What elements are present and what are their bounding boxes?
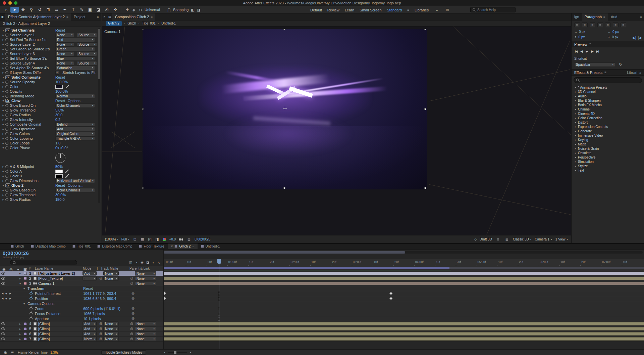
eraser-tool[interactable]: ◪ — [94, 7, 103, 13]
layer-duration-bar[interactable] — [164, 337, 644, 341]
stopwatch-icon[interactable] — [5, 132, 8, 135]
more-panels-icon[interactable]: » — [638, 15, 644, 19]
dropdown[interactable]: Horizontal and Vertical▾ — [55, 179, 95, 183]
value-text[interactable]: 1.0 — [55, 141, 60, 145]
column-number[interactable]: # — [29, 267, 31, 270]
effect-row-glow-intensity[interactable]: ▸Glow Intensity0.2 — [0, 117, 98, 122]
layer-entry-1[interactable]: ▸1[Adjustment Layer 2]Add▾@None▾@None▾ — [0, 271, 164, 276]
snap-to-feature-icon[interactable]: ◧ — [190, 7, 195, 12]
magnification-dropdown[interactable]: (108%)▾ — [105, 237, 118, 241]
group-camera-options[interactable]: ▾Camera Options — [0, 301, 164, 306]
track-matte-pickwhip-icon[interactable]: @ — [99, 337, 102, 341]
layer-name[interactable]: Camera 1 — [38, 281, 54, 285]
workspace-menu-icon[interactable]: ≡ — [407, 8, 409, 12]
dropdown[interactable]: None▾ — [55, 33, 74, 37]
property-pickwhip-icon[interactable]: @ — [131, 317, 135, 320]
blend-mode-dropdown[interactable]: Add▾ — [83, 327, 97, 331]
track-area[interactable] — [164, 286, 644, 291]
close-panel-icon[interactable]: × — [102, 14, 107, 19]
effect-row-set-red-to-source-1-s[interactable]: ▸Set Red To Source 1'sRed▾ — [0, 37, 98, 42]
stopwatch-icon[interactable] — [5, 165, 8, 168]
prop-focus-distance[interactable]: Focus Distance1066.7 pixels@ — [0, 311, 164, 316]
stopwatch-icon[interactable] — [5, 57, 8, 60]
timeline-zoom-slider[interactable] — [168, 352, 187, 353]
category-stylize[interactable]: ▸Stylize — [572, 164, 644, 168]
previous-frame-button[interactable]: ◀| — [580, 50, 583, 53]
parent-pickwhip-icon[interactable]: @ — [130, 332, 133, 336]
eyedropper-icon[interactable] — [65, 174, 69, 178]
effect-row-glow-threshold[interactable]: ▸Glow Threshold5.0% — [0, 108, 98, 113]
timeline-tab-title-001[interactable]: Title_001 — [69, 243, 94, 249]
value-text[interactable]: 150.0 — [55, 197, 65, 202]
shortcut-dropdown[interactable]: Spacebar▾ — [574, 62, 615, 67]
value-text[interactable]: 100.0% — [55, 89, 68, 93]
stopwatch-icon[interactable] — [5, 114, 8, 117]
layer-entry-7[interactable]: ▸7[Glitch]Norm▾@None▾@None▾ — [0, 337, 164, 342]
property-value[interactable]: 1036.6,546.9,-860.4 — [83, 297, 116, 301]
effect-row-source-layer-3[interactable]: ▸Source Layer 3None▾Source▾ — [0, 51, 98, 56]
roto-brush-tool[interactable]: ✍ — [103, 7, 111, 13]
track-matte-pickwhip-icon[interactable]: @ — [99, 332, 102, 336]
stopwatch-icon[interactable] — [5, 198, 8, 201]
panel-menu-icon[interactable]: ≡ — [604, 71, 606, 74]
stopwatch-icon[interactable] — [5, 142, 8, 145]
dropdown[interactable]: Red▾ — [55, 38, 95, 42]
blend-mode-dropdown[interactable]: Norm▾ — [83, 337, 97, 341]
dropdown[interactable]: Color Channels▾ — [55, 188, 95, 192]
effect-row-composite-original[interactable]: ▸Composite OriginalBehind▾ — [0, 122, 98, 127]
composition-frame[interactable] — [143, 29, 427, 189]
column-layer-name[interactable]: Layer Name — [35, 267, 53, 270]
workspace-standard[interactable]: Standard — [387, 8, 402, 12]
effect-controls-scrollbar[interactable] — [98, 28, 100, 203]
layer-twirl-icon[interactable]: ▸ — [19, 338, 21, 341]
tab-project[interactable]: Project — [71, 13, 88, 20]
stopwatch-icon[interactable] — [5, 71, 8, 74]
category-color-correction[interactable]: ▸Color Correction — [572, 116, 644, 120]
align-right-button[interactable]: ≡ — [590, 23, 595, 27]
stopwatch-icon[interactable] — [5, 38, 8, 41]
justify-all-button[interactable]: ≡ — [621, 23, 626, 27]
local-axis-mode-icon[interactable]: ✚ — [124, 7, 130, 12]
stopwatch-icon[interactable] — [5, 34, 8, 37]
parent-link-dropdown[interactable]: None▾ — [135, 327, 156, 331]
stopwatch-icon[interactable] — [5, 95, 8, 98]
view-layout-dropdown[interactable]: 1 View▾ — [555, 237, 568, 241]
parent-link-dropdown[interactable]: None▾ — [135, 332, 156, 336]
field-value[interactable]: 0 px — [612, 35, 619, 39]
track-matte-pickwhip-icon[interactable]: @ — [99, 272, 102, 275]
snapping-magnet-icon[interactable]: ⋂ — [166, 7, 172, 12]
selection-handle[interactable] — [283, 29, 285, 30]
category-distort[interactable]: ▸Distort — [572, 120, 644, 125]
graph-editor-icon[interactable]: ∿ — [157, 260, 162, 265]
layer-color-label[interactable] — [24, 338, 27, 341]
preview-panel-header[interactable]: Preview ≡ — [572, 41, 644, 47]
category-expression-controls[interactable]: ▸Expression Controls — [572, 125, 644, 129]
parent-pickwhip-icon[interactable]: @ — [130, 272, 133, 275]
zoom-window-button[interactable] — [14, 1, 17, 5]
stopwatch-icon[interactable] — [30, 317, 33, 320]
help-search-input[interactable] — [477, 8, 513, 12]
visibility-eye-icon[interactable] — [1, 322, 5, 325]
dropdown[interactable]: Triangle A>B>A▾ — [55, 136, 95, 141]
parent-link-dropdown[interactable]: None▾ — [135, 322, 156, 326]
dropdown[interactable]: Green▾ — [55, 47, 95, 51]
eyedropper-icon[interactable] — [65, 170, 69, 173]
show-snapshot-icon[interactable]: ▤ — [186, 237, 192, 242]
render-status-icon[interactable]: ◉ — [3, 350, 8, 355]
stopwatch-icon[interactable] — [5, 118, 8, 121]
timeline-tab-floor-texture[interactable]: Floor_Texture — [136, 243, 167, 249]
camera-view-dropdown[interactable]: Camera 1▾ — [535, 237, 552, 241]
twirl-down-icon[interactable]: ▾ — [1, 76, 5, 79]
twirl-icon[interactable]: ▸ — [1, 165, 5, 168]
frame-blending-icon[interactable]: ◪ — [145, 260, 150, 265]
text-direction-rtl-icon[interactable]: |◀ — [638, 36, 641, 40]
stopwatch-icon[interactable] — [30, 312, 33, 315]
selection-handle[interactable] — [143, 29, 144, 30]
track-area[interactable] — [164, 296, 644, 301]
twirl-icon[interactable]: ▸ — [1, 142, 5, 145]
stopwatch-icon[interactable] — [5, 43, 8, 46]
tab-audio[interactable]: Aud — [608, 13, 620, 20]
category-audio[interactable]: ▸Audio — [572, 94, 644, 98]
orbit-camera-tool[interactable]: ↺ — [36, 7, 44, 13]
track-matte-pickwhip-icon[interactable]: @ — [99, 327, 102, 330]
